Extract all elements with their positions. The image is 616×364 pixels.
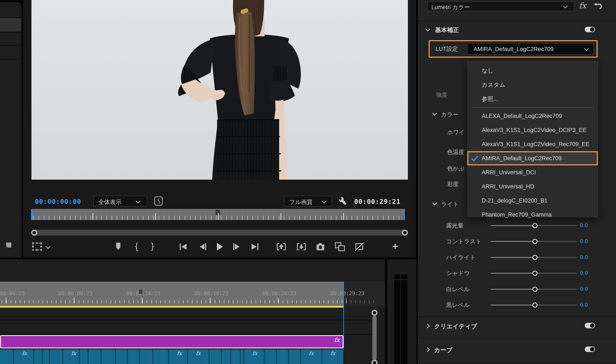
section-creative[interactable]: クリエイティブ [434, 322, 477, 330]
slider-knob[interactable] [532, 271, 537, 276]
lut-menu-item[interactable]: ARRI_Universal_HD [467, 180, 598, 194]
ruler-tick [124, 300, 124, 303]
playback-quality-select[interactable]: フル画質 [284, 196, 332, 207]
lut-menu-item[interactable]: ALEXA_Default_LogC2Rec709 [467, 109, 598, 123]
step-forward-icon[interactable] [232, 243, 241, 251]
slider-value[interactable]: 0.0 [580, 286, 588, 292]
audio-clip-segment[interactable]: fx [322, 350, 343, 364]
audio-clip-segment[interactable]: fx [168, 350, 187, 364]
slider-value[interactable]: 0.0 [580, 254, 588, 260]
slider-knob[interactable] [532, 223, 537, 228]
lut-menu-item[interactable]: カスタム [467, 78, 598, 92]
basic-correction-toggle[interactable] [585, 27, 595, 32]
add-marker-icon[interactable] [115, 242, 121, 250]
section-basic-correction[interactable]: 基本補正 [435, 26, 459, 34]
chevron-right-icon[interactable] [425, 324, 430, 328]
audio-clip-segment[interactable]: fx [62, 350, 79, 364]
lut-select[interactable]: AMIRA_Default_LogC2Rec709 [467, 43, 594, 55]
lut-menu-item[interactable]: 参照... [467, 92, 598, 106]
audio-clip-segment[interactable] [49, 350, 62, 364]
safe-margins-icon[interactable] [154, 196, 163, 206]
chevron-down-icon[interactable] [425, 27, 430, 32]
audio-clip-segment[interactable] [127, 350, 139, 364]
fx-icon[interactable]: fx [579, 1, 586, 10]
slider-value[interactable]: 0.0 [580, 238, 588, 244]
monitor-zoom-scrollbar[interactable] [31, 230, 408, 236]
lut-menu-item[interactable]: AlexaV3_K1S1_LogC2Video_DCIP3_EE [467, 123, 598, 137]
comparison-view-icon[interactable] [335, 242, 345, 252]
extract-icon[interactable] [296, 242, 306, 251]
audio-clip-segment[interactable] [230, 350, 240, 364]
ruler-label: 00:00:09:23 [58, 290, 92, 297]
go-to-in-icon[interactable] [179, 243, 188, 251]
audio-clip-segment[interactable] [209, 350, 221, 364]
audio-clip-segment[interactable] [42, 350, 49, 364]
lift-icon[interactable] [276, 242, 286, 251]
curves-toggle[interactable] [585, 347, 595, 352]
audio-clip-segment[interactable]: fx [13, 350, 34, 364]
slider-value[interactable]: 0.0 [580, 301, 588, 308]
slider-value[interactable]: 0.0 [580, 222, 588, 229]
audio-clip-segment[interactable] [0, 350, 13, 364]
sequence-marker-icon[interactable] [139, 290, 142, 294]
lut-menu-item[interactable]: D-21_delogC_EI0200_B1 [467, 194, 598, 208]
panel-menu-icon[interactable] [5, 241, 13, 249]
settings-wrench-icon[interactable] [338, 196, 347, 206]
step-back-icon[interactable] [198, 243, 207, 251]
audio-clip-segment[interactable] [34, 350, 42, 364]
audio-clip-segment[interactable] [88, 350, 101, 364]
audio-clip-segment[interactable] [276, 350, 288, 364]
effect-preset-select[interactable]: Lumetri カラー [427, 1, 574, 11]
audio-clip-segment[interactable] [101, 350, 115, 364]
scrollbar-right-handle[interactable] [402, 230, 408, 236]
lut-menu-item[interactable]: AlexaV3_K1S1_LogC2Video_Rec709_EE [467, 137, 598, 151]
chevron-down-icon[interactable] [432, 111, 437, 116]
audio-clip-segment[interactable] [79, 350, 88, 364]
creative-toggle[interactable] [585, 323, 595, 328]
lut-menu-item[interactable]: ARRI_Universal_DCI [467, 165, 598, 180]
play-icon[interactable] [215, 242, 224, 251]
audio-clip-segment[interactable]: fx [187, 350, 209, 364]
button-editor-selection-icon[interactable] [32, 242, 42, 251]
audio-clip-segment[interactable] [288, 350, 300, 364]
clip-fx-badge: fx [334, 337, 340, 343]
audio-clip-segment[interactable]: fx [300, 350, 322, 364]
add-button[interactable]: + [392, 241, 398, 252]
chevron-down-icon[interactable] [432, 201, 437, 206]
slider-knob[interactable] [532, 255, 537, 260]
chevron-right-icon[interactable] [425, 347, 430, 352]
list-item[interactable] [0, 18, 21, 31]
go-to-out-icon[interactable] [250, 243, 259, 251]
mark-in-icon[interactable]: { [135, 241, 138, 251]
export-frame-icon[interactable] [316, 242, 325, 251]
zoom-level-select[interactable]: 全体表示 [93, 196, 147, 207]
reset-effect-icon[interactable] [594, 2, 603, 11]
audio-clip-segment[interactable] [221, 350, 230, 364]
slider-knob[interactable] [532, 302, 537, 308]
slider-knob[interactable] [532, 287, 537, 292]
chevron-down-icon[interactable] [46, 244, 51, 249]
timeline-vscroll-bottom-handle[interactable] [371, 360, 378, 364]
audio-clip-segment[interactable] [152, 350, 168, 364]
audio-clip-segment[interactable] [264, 350, 276, 364]
video-clip-v1[interactable]: fx [0, 335, 343, 348]
lut-menu-item[interactable]: Phantom_Rec709_Gamma [467, 208, 598, 222]
timeline-vscroll-top-handle[interactable] [371, 310, 378, 316]
current-timecode[interactable]: 00:00:00:00 [35, 198, 81, 205]
monitor-playhead[interactable] [31, 209, 33, 220]
multi-camera-icon[interactable] [354, 242, 364, 252]
monitor-marker-icon[interactable] [216, 210, 220, 215]
timeline-vscroll-bar[interactable] [372, 315, 377, 361]
audio-clip-segment[interactable] [240, 350, 244, 364]
audio-clip-segment[interactable]: fx [244, 350, 264, 364]
scrollbar-left-handle[interactable] [31, 230, 37, 236]
section-curves[interactable]: カーブ [434, 346, 452, 354]
slider-value[interactable]: 0.0 [580, 270, 588, 276]
lut-menu-item[interactable]: AMIRA_Default_LogC2Rec709 [467, 151, 598, 165]
audio-clip-segment[interactable] [115, 350, 127, 364]
slider-knob[interactable] [532, 239, 537, 244]
lut-menu-item[interactable]: なし [467, 64, 598, 78]
audio-clip-segment[interactable] [139, 350, 152, 364]
slider-label: 露光量 [446, 222, 464, 229]
mark-out-icon[interactable]: } [151, 241, 154, 251]
